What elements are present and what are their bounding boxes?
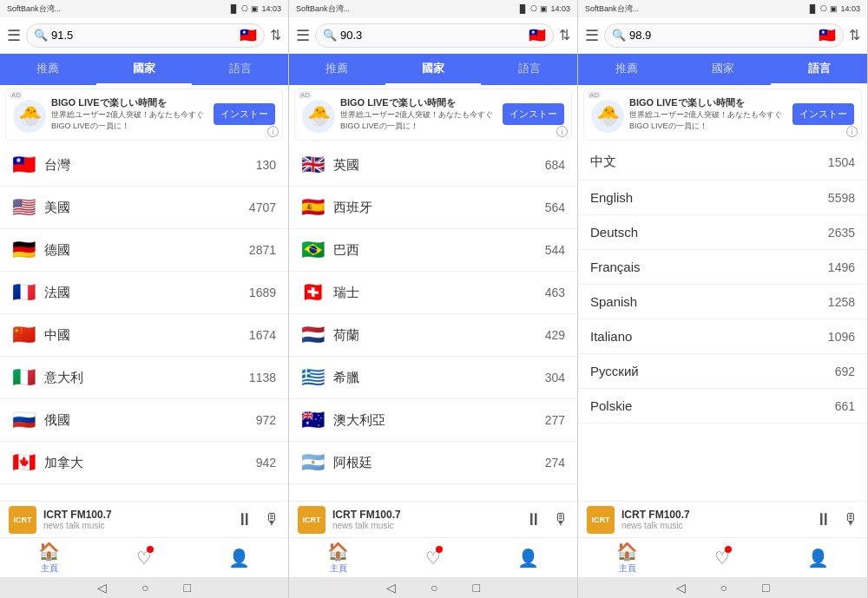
nav-profile[interactable]: 👤 bbox=[807, 548, 829, 568]
nav-home[interactable]: 🏠 主頁 bbox=[616, 541, 638, 575]
pause-button[interactable]: ⏸ bbox=[815, 509, 832, 529]
ad-install-button[interactable]: インストー bbox=[792, 103, 854, 125]
item-name: 阿根廷 bbox=[333, 455, 545, 471]
ad-install-button[interactable]: インストー bbox=[214, 103, 275, 125]
nav-favorites[interactable]: ♡ bbox=[136, 548, 152, 568]
home-button[interactable]: ○ bbox=[431, 581, 437, 595]
item-flag: 🇧🇷 bbox=[301, 239, 325, 261]
nav-favorites[interactable]: ♡ bbox=[714, 548, 730, 568]
list-item[interactable]: 🇹🇼 台灣 130 bbox=[0, 144, 288, 187]
player-subtitle: news talk music bbox=[621, 521, 808, 530]
item-name: Français bbox=[590, 260, 828, 274]
back-button[interactable]: ◁ bbox=[386, 581, 396, 595]
pause-button[interactable]: ⏸ bbox=[525, 509, 542, 529]
item-name: 瑞士 bbox=[333, 285, 545, 301]
list-item[interactable]: 🇩🇪 德國 2871 bbox=[0, 229, 288, 272]
mic-button[interactable]: 🎙 bbox=[553, 510, 569, 529]
list-item[interactable]: 🇪🇸 西班牙 564 bbox=[289, 187, 577, 229]
hamburger-icon[interactable]: ☰ bbox=[296, 26, 310, 45]
system-nav-bar: ◁ ○ □ bbox=[0, 577, 288, 598]
item-name: 俄國 bbox=[44, 412, 256, 429]
item-flag: 🇷🇺 bbox=[12, 409, 36, 431]
tab-語言[interactable]: 語言 bbox=[481, 54, 577, 85]
back-button[interactable]: ◁ bbox=[97, 581, 107, 595]
mic-button[interactable]: 🎙 bbox=[843, 510, 858, 529]
ad-label: AD bbox=[10, 91, 23, 99]
status-right: ▐▌ ⎔ ▣ 14:03 bbox=[807, 4, 860, 13]
item-name: 意大利 bbox=[44, 370, 249, 386]
tab-語言[interactable]: 語言 bbox=[771, 54, 867, 85]
nav-home[interactable]: 🏠 主頁 bbox=[327, 541, 349, 575]
home-button[interactable]: ○ bbox=[141, 581, 148, 595]
recents-button[interactable]: □ bbox=[473, 581, 480, 595]
tab-國家[interactable]: 國家 bbox=[385, 54, 482, 85]
list-item[interactable]: Italiano 1096 bbox=[578, 319, 867, 354]
filter-icon[interactable]: ⇅ bbox=[270, 27, 281, 43]
list-item[interactable]: 🇧🇷 巴西 544 bbox=[289, 229, 577, 272]
tab-國家[interactable]: 國家 bbox=[96, 54, 193, 85]
item-count: 1674 bbox=[249, 328, 276, 342]
search-input[interactable] bbox=[340, 29, 525, 42]
search-input[interactable] bbox=[51, 29, 236, 42]
list-item[interactable]: 🇺🇸 美國 4707 bbox=[0, 187, 288, 229]
mic-button[interactable]: 🎙 bbox=[264, 510, 279, 529]
nav-profile[interactable]: 👤 bbox=[228, 548, 250, 568]
item-count: 2871 bbox=[249, 243, 276, 257]
filter-icon[interactable]: ⇅ bbox=[849, 27, 860, 43]
filter-icon[interactable]: ⇅ bbox=[559, 27, 570, 43]
tab-推薦[interactable]: 推薦 bbox=[0, 54, 96, 85]
item-count: 1258 bbox=[828, 295, 855, 309]
list-item[interactable]: Русский 692 bbox=[578, 354, 867, 389]
list-item[interactable]: Français 1496 bbox=[578, 250, 867, 285]
recents-button[interactable]: □ bbox=[184, 581, 191, 595]
list-item[interactable]: 🇬🇧 英國 684 bbox=[289, 144, 577, 187]
taiwan-flag-icon: 🇹🇼 bbox=[240, 27, 257, 43]
nav-profile[interactable]: 👤 bbox=[517, 548, 539, 568]
ad-install-button[interactable]: インストー bbox=[503, 103, 564, 125]
list-item[interactable]: 🇳🇱 荷蘭 429 bbox=[289, 314, 577, 357]
list-item[interactable]: 🇦🇺 澳大利亞 277 bbox=[289, 399, 577, 442]
list-item[interactable]: 🇮🇹 意大利 1138 bbox=[0, 357, 288, 399]
list-item[interactable]: 中文 1504 bbox=[578, 144, 867, 181]
tab-推薦[interactable]: 推薦 bbox=[289, 54, 385, 85]
home-button[interactable]: ○ bbox=[720, 581, 727, 595]
search-box[interactable]: 🔍 🇹🇼 bbox=[315, 23, 554, 48]
tab-語言[interactable]: 語言 bbox=[192, 54, 288, 85]
ad-info-icon[interactable]: i bbox=[556, 126, 568, 137]
item-name: 西班牙 bbox=[333, 200, 545, 216]
back-button[interactable]: ◁ bbox=[676, 581, 686, 595]
list-item[interactable]: Deutsch 2635 bbox=[578, 215, 867, 250]
search-icon: 🔍 bbox=[612, 29, 626, 42]
list-item[interactable]: Polskie 661 bbox=[578, 389, 867, 424]
search-box[interactable]: 🔍 🇹🇼 bbox=[604, 23, 844, 48]
list-item[interactable]: 🇨🇭 瑞士 463 bbox=[289, 272, 577, 314]
player-station: ICRT FM100.7 bbox=[621, 509, 808, 521]
recents-button[interactable]: □ bbox=[762, 581, 769, 595]
battery-icon: ▣ bbox=[830, 4, 838, 13]
station-list: 中文 1504 English 5598 Deutsch 2635 França… bbox=[578, 144, 867, 501]
hamburger-icon[interactable]: ☰ bbox=[7, 26, 21, 45]
nav-badge bbox=[436, 546, 443, 553]
status-right: ▐▌ ⎔ ▣ 14:03 bbox=[517, 4, 570, 13]
ad-info-icon[interactable]: i bbox=[267, 126, 279, 137]
list-item[interactable]: 🇫🇷 法國 1689 bbox=[0, 272, 288, 314]
list-item[interactable]: English 5598 bbox=[578, 181, 867, 215]
tab-國家[interactable]: 國家 bbox=[674, 54, 771, 85]
list-item[interactable]: 🇨🇦 加拿大 942 bbox=[0, 442, 288, 484]
item-count: 130 bbox=[256, 158, 276, 172]
ad-mascot: 🐣 bbox=[13, 100, 46, 133]
search-input[interactable] bbox=[629, 29, 815, 42]
tab-推薦[interactable]: 推薦 bbox=[578, 54, 674, 85]
list-item[interactable]: 🇦🇷 阿根廷 274 bbox=[289, 442, 577, 484]
list-item[interactable]: 🇨🇳 中國 1674 bbox=[0, 314, 288, 357]
nav-favorites[interactable]: ♡ bbox=[425, 548, 441, 568]
search-box[interactable]: 🔍 🇹🇼 bbox=[26, 23, 265, 48]
nav-home[interactable]: 🏠 主頁 bbox=[38, 541, 60, 575]
list-item[interactable]: 🇷🇺 俄國 972 bbox=[0, 399, 288, 442]
pause-button[interactable]: ⏸ bbox=[236, 509, 253, 529]
list-item[interactable]: 🇬🇷 希臘 304 bbox=[289, 357, 577, 399]
list-item[interactable]: Spanish 1258 bbox=[578, 285, 867, 319]
item-count: 1504 bbox=[828, 155, 855, 169]
ad-info-icon[interactable]: i bbox=[846, 126, 858, 137]
hamburger-icon[interactable]: ☰ bbox=[585, 26, 599, 45]
